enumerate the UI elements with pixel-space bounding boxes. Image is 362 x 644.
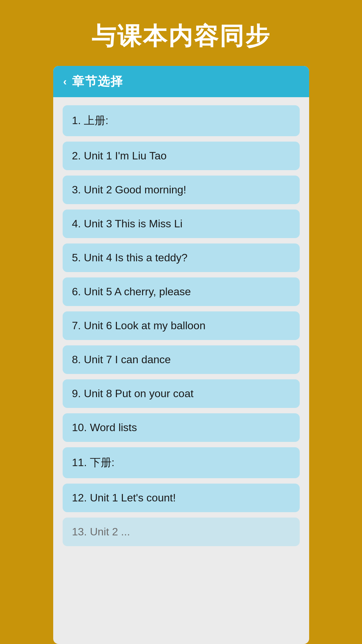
list-item[interactable]: 13. Unit 2 ... <box>63 518 300 546</box>
list-item[interactable]: 5. Unit 4 Is this a teddy? <box>63 243 300 272</box>
list-item[interactable]: 1. 上册: <box>63 105 300 136</box>
list-item[interactable]: 11. 下册: <box>63 447 300 478</box>
list-item[interactable]: 7. Unit 6 Look at my balloon <box>63 311 300 340</box>
card-header: ‹ 章节选择 <box>53 66 309 97</box>
page-title: 与课本内容同步 <box>92 20 271 52</box>
list-item[interactable]: 6. Unit 5 A cherry, please <box>63 277 300 306</box>
list-item[interactable]: 10. Word lists <box>63 413 300 442</box>
list-item[interactable]: 3. Unit 2 Good morning! <box>63 176 300 204</box>
list-item[interactable]: 9. Unit 8 Put on your coat <box>63 379 300 408</box>
card-header-title: 章节选择 <box>72 73 123 90</box>
chapter-list: 1. 上册:2. Unit 1 I'm Liu Tao3. Unit 2 Goo… <box>53 97 309 554</box>
list-item[interactable]: 2. Unit 1 I'm Liu Tao <box>63 142 300 170</box>
main-card: ‹ 章节选择 1. 上册:2. Unit 1 I'm Liu Tao3. Uni… <box>53 66 309 644</box>
list-item[interactable]: 8. Unit 7 I can dance <box>63 345 300 374</box>
back-button[interactable]: ‹ <box>63 75 67 88</box>
list-item[interactable]: 12. Unit 1 Let's count! <box>63 484 300 512</box>
list-item[interactable]: 4. Unit 3 This is Miss Li <box>63 210 300 238</box>
